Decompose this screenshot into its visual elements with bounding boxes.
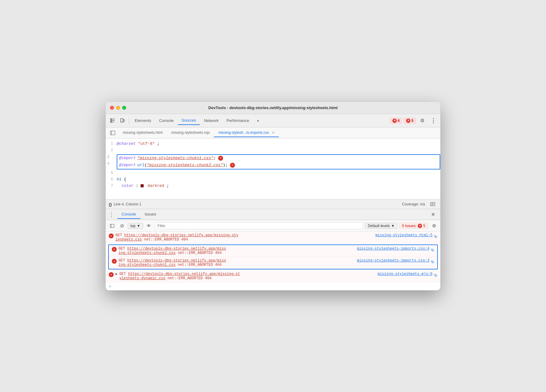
file-tabs-bar: missing-stylesheets.html missing-stylesh… — [106, 127, 440, 138]
svg-rect-9 — [111, 131, 115, 135]
error-badge-2[interactable]: ✕ 5 — [404, 118, 416, 124]
entry-url-1[interactable]: https://devtools-dbg-stories.netlify.app… — [115, 233, 238, 242]
close-button[interactable] — [110, 106, 114, 110]
tab-performance[interactable]: Performance — [223, 116, 253, 125]
line-content-2 — [117, 147, 440, 154]
import-path-4: "missing-stylesheets-chunk2.css" — [147, 162, 223, 169]
issues-num: 5 — [423, 224, 425, 228]
sidebar-console-toggle[interactable] — [108, 222, 116, 230]
entry-refresh-2[interactable]: ↻ — [431, 247, 434, 253]
format-icon[interactable]: {} — [109, 202, 112, 207]
status-bar: {} Line 4, Column 1 Coverage: n/a — [106, 199, 440, 209]
entry-error-icon-2: ✕ — [112, 247, 117, 252]
code-lines: 1 @charset "utf-8" ; 2 3 — [106, 138, 440, 192]
error-count-2: 5 — [411, 119, 413, 123]
console-settings-button[interactable]: ⚙ — [430, 222, 438, 230]
entry-url-4[interactable]: https://devtools-dbg-stories.netlify.app… — [119, 272, 240, 280]
context-selector[interactable]: top ▼ — [128, 223, 143, 229]
entry-refresh-3[interactable]: ↻ — [431, 258, 434, 265]
entry-error-icon-3: ✕ — [112, 259, 117, 264]
customize-button[interactable]: ⋮ — [429, 116, 438, 125]
line-num-7: 7 — [106, 183, 117, 189]
default-levels-label: Default levels — [368, 224, 390, 228]
svg-rect-0 — [111, 119, 112, 119]
eye-button[interactable]: 👁 — [145, 222, 153, 230]
filter-input[interactable] — [155, 223, 363, 229]
svg-point-8 — [122, 121, 122, 122]
entry-content-2: GET https://devtools-dbg-stories.netlify… — [119, 247, 355, 255]
console-entries: ✕ GET https://devtools-dbg-stories.netli… — [106, 232, 440, 290]
entry-url-2[interactable]: https://devtools-dbg-stories.netlify.app… — [119, 247, 226, 255]
file-tab-html[interactable]: missing-stylesheets.html — [119, 129, 167, 137]
error-indicator-3: ✕ — [218, 156, 223, 161]
traffic-lights — [110, 106, 126, 110]
tab-console[interactable]: Console — [155, 116, 177, 125]
entry-source-1[interactable]: missing-stylesheets.html:5 — [375, 233, 432, 237]
line-num-3: 3 — [107, 155, 113, 160]
line-nums-3-4: 3 4 — [106, 154, 117, 169]
selector-h1: h1 — [117, 177, 122, 182]
issues-count-label: 5 Issues: — [402, 224, 417, 228]
import-block-wrapper: 3 4 @import "missing-stylesheets-chukn1.… — [106, 154, 440, 169]
entry-refresh-1[interactable]: ↻ — [434, 233, 437, 239]
settings-button[interactable]: ⚙ — [418, 116, 427, 125]
code-line-5: 5 — [106, 170, 440, 176]
coverage-button[interactable] — [428, 200, 437, 209]
tab-issues-bottom[interactable]: Issues — [140, 210, 161, 219]
levels-dropdown-arrow: ▼ — [391, 224, 395, 228]
color-swatch — [140, 184, 144, 187]
import-line-4: @import url ( "missing-stylesheets-chunk… — [117, 162, 440, 169]
issues-count-badge[interactable]: 5 Issues: ✕ 5 — [399, 223, 428, 229]
minimize-button[interactable] — [116, 106, 120, 110]
console-entry-4: ✕ ▶ GET https://devtools-dbg-stories.net… — [106, 270, 440, 282]
maximize-button[interactable] — [122, 106, 126, 110]
line-content-6: h1 { — [117, 176, 440, 183]
tab-console-bottom[interactable]: Console — [117, 210, 140, 219]
inspect-element-button[interactable] — [108, 116, 117, 125]
close-bottom-panel-button[interactable]: ✕ — [429, 210, 437, 219]
tab-network[interactable]: Network — [200, 116, 222, 125]
console-prompt: › — [106, 282, 440, 290]
code-editor: 1 @charset "utf-8" ; 2 3 — [106, 138, 440, 199]
line-num-2: 2 — [106, 148, 117, 153]
code-line-7: 7 color : darkred ; — [106, 183, 440, 189]
error-count-1: 4 — [398, 119, 400, 123]
clear-console-button[interactable]: ⊘ — [118, 222, 126, 230]
cursor-position: Line 4, Column 1 — [114, 202, 141, 206]
bottom-tabs-bar: ⋮ Console Issues ✕ — [106, 209, 440, 220]
tab-sources[interactable]: Sources — [178, 116, 200, 125]
svg-rect-7 — [123, 119, 125, 122]
entry-source-4[interactable]: missing-stylesheets.mjs:6 — [378, 272, 432, 276]
file-tab-css[interactable]: missing-stylesh...ts-imports.css ✕ — [214, 129, 278, 137]
console-entry-1: ✕ GET https://devtools-dbg-stories.netli… — [106, 232, 440, 244]
file-tab-close[interactable]: ✕ — [272, 131, 275, 134]
svg-rect-4 — [111, 122, 112, 123]
sidebar-toggle-button[interactable] — [108, 128, 117, 137]
devtools-window: DevTools - devtools-dbg-stories.netlify.… — [105, 102, 441, 290]
default-levels-button[interactable]: Default levels ▼ — [365, 223, 397, 229]
entry-content-1: GET https://devtools-dbg-stories.netlify… — [115, 233, 374, 242]
toolbar-separator — [129, 117, 129, 124]
entry-url-3[interactable]: https://devtools-dbg-stories.netlify.app… — [119, 258, 226, 267]
svg-rect-15 — [110, 224, 114, 227]
entry-refresh-4[interactable]: ↻ — [434, 272, 437, 278]
context-label: top — [130, 224, 136, 228]
coverage-label: Coverage: n/a — [402, 202, 425, 206]
console-entry-2: ✕ GET https://devtools-dbg-stories.netli… — [109, 245, 437, 257]
entry-source-3[interactable]: missing-stylesheets-imports.css:3 — [357, 258, 430, 263]
tab-elements[interactable]: Elements — [131, 116, 155, 125]
issues-error-icon: ✕ — [418, 224, 422, 228]
more-tabs-button[interactable]: » — [254, 116, 263, 125]
expand-triangle-4[interactable]: ▶ — [115, 272, 118, 276]
file-tab-css-label: missing-stylesh...ts-imports.css — [218, 130, 269, 135]
line-content-7: color : darkred ; — [117, 183, 440, 189]
bottom-menu-button[interactable]: ⋮ — [109, 211, 114, 218]
entry-source-2[interactable]: missing-stylesheets-imports.css:4 — [357, 247, 430, 251]
file-tab-mjs[interactable]: missing-stylesheets.mjs — [167, 129, 214, 137]
error-indicator-4: ✕ — [230, 163, 235, 168]
line-num-6: 6 — [106, 177, 117, 183]
charset-value: "utf-8" — [138, 141, 155, 146]
file-tab-html-label: missing-stylesheets.html — [123, 130, 163, 135]
error-badge-1[interactable]: ✕ 4 — [390, 118, 402, 124]
device-toolbar-button[interactable] — [118, 116, 127, 125]
